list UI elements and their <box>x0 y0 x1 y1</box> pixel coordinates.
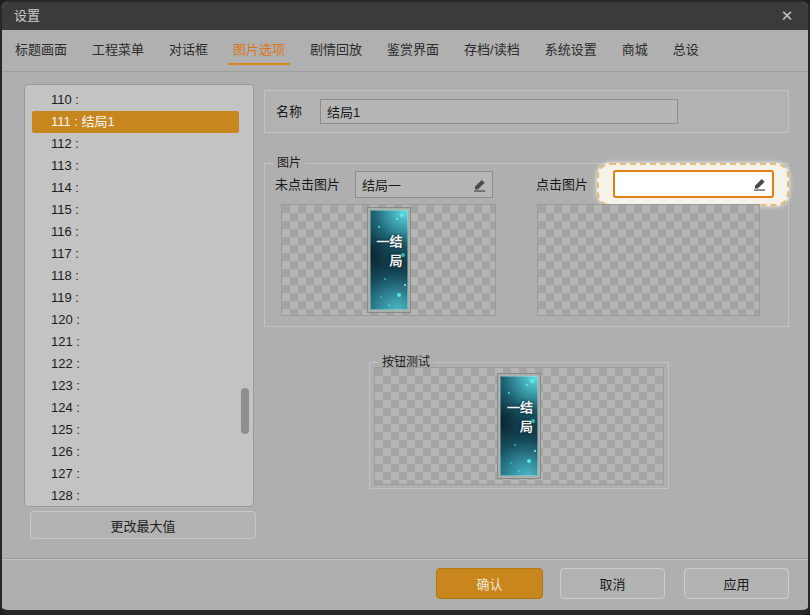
tab-10[interactable]: 总设 <box>673 30 699 71</box>
list-item-117[interactable]: 117 : <box>32 243 239 265</box>
dialog-title: 设置 <box>14 2 40 29</box>
list-item-111[interactable]: 111 : 结局1 <box>32 111 239 133</box>
tab-2[interactable]: 工程菜单 <box>92 30 144 71</box>
tab-5[interactable]: 剧情回放 <box>310 30 362 71</box>
list-item-113[interactable]: 113 : <box>32 155 239 177</box>
tab-7[interactable]: 存档/读档 <box>464 30 520 71</box>
list-item-123[interactable]: 123 : <box>32 375 239 397</box>
tab-6[interactable]: 鉴赏界面 <box>387 30 439 71</box>
clicked-image-preview <box>537 204 760 316</box>
list-item-121[interactable]: 121 : <box>32 331 239 353</box>
confirm-button[interactable]: 确认 <box>436 568 543 599</box>
list-item-122[interactable]: 122 : <box>32 353 239 375</box>
list-item-118[interactable]: 118 : <box>32 265 239 287</box>
button-test-group: 按钮测试 结局一 <box>369 362 669 489</box>
banner-text: 结局一 <box>376 235 402 285</box>
cancel-button[interactable]: 取消 <box>560 568 665 599</box>
list-item-112[interactable]: 112 : <box>32 133 239 155</box>
clicked-image-field <box>613 170 774 198</box>
apply-button[interactable]: 应用 <box>684 568 789 599</box>
close-icon[interactable]: ✕ <box>776 6 798 26</box>
list-item-119[interactable]: 119 : <box>32 287 239 309</box>
unclicked-image-label: 未点击图片 <box>275 171 340 198</box>
title-bar: 设置 ✕ <box>2 2 808 30</box>
button-test-preview[interactable]: 结局一 <box>374 367 664 485</box>
image-group: 图片 未点击图片 点击图片 结局一 <box>264 163 789 327</box>
list-item-120[interactable]: 120 : <box>32 309 239 331</box>
ending-banner-image: 结局一 <box>498 374 540 478</box>
image-group-title: 图片 <box>273 156 305 171</box>
list-item-125[interactable]: 125 : <box>32 419 239 441</box>
option-list[interactable]: 110 :111 : 结局1112 :113 :114 :115 :116 :1… <box>24 84 254 507</box>
list-item-128[interactable]: 128 : <box>32 485 239 507</box>
list-scrollbar-thumb[interactable] <box>241 388 249 434</box>
clicked-image-input[interactable] <box>615 172 772 196</box>
footer-divider-light <box>2 559 808 560</box>
list-item-116[interactable]: 116 : <box>32 221 239 243</box>
ending-banner-image: 结局一 <box>368 208 410 312</box>
tab-8[interactable]: 系统设置 <box>545 30 597 71</box>
banner-text: 结局一 <box>506 401 532 451</box>
clicked-image-highlight <box>597 163 789 206</box>
tab-4[interactable]: 图片选项 <box>233 30 285 71</box>
list-item-124[interactable]: 124 : <box>32 397 239 419</box>
tab-1[interactable]: 标题画面 <box>15 30 67 71</box>
list-item-126[interactable]: 126 : <box>32 441 239 463</box>
tab-9[interactable]: 商城 <box>622 30 648 71</box>
name-panel: 名称 <box>264 90 789 133</box>
settings-dialog: 设置 ✕ 标题画面工程菜单对话框图片选项剧情回放鉴赏界面存档/读档系统设置商城总… <box>0 0 810 615</box>
change-max-button[interactable]: 更改最大值 <box>30 511 256 539</box>
list-item-127[interactable]: 127 : <box>32 463 239 485</box>
list-item-114[interactable]: 114 : <box>32 177 239 199</box>
tab-3[interactable]: 对话框 <box>169 30 208 71</box>
clicked-image-label: 点击图片 <box>536 171 588 198</box>
list-item-115[interactable]: 115 : <box>32 199 239 221</box>
list-item-110[interactable]: 110 : <box>32 89 239 111</box>
unclicked-image-input[interactable] <box>356 172 492 197</box>
tab-bar: 标题画面工程菜单对话框图片选项剧情回放鉴赏界面存档/读档系统设置商城总设 <box>2 30 808 72</box>
name-input[interactable] <box>320 99 678 124</box>
unclicked-image-field <box>355 171 493 198</box>
name-label: 名称 <box>276 91 302 132</box>
unclicked-image-preview: 结局一 <box>281 204 496 316</box>
